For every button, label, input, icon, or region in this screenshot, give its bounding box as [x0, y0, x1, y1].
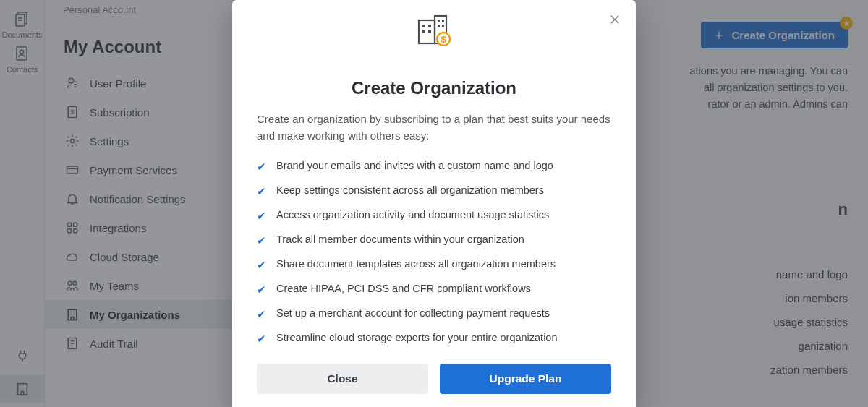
check-icon: ✔	[257, 284, 266, 296]
svg-rect-42	[422, 30, 425, 33]
close-icon[interactable]	[608, 13, 621, 26]
modal-lead-text: Create an organization by subscribing to…	[257, 111, 611, 144]
svg-text:$: $	[441, 34, 446, 45]
feature-item: ✔Keep settings consistent across all org…	[257, 179, 611, 203]
feature-item: ✔Streamline cloud storage exports for yo…	[257, 326, 611, 351]
building-dollar-icon: $	[232, 12, 636, 46]
svg-rect-45	[442, 20, 444, 22]
check-icon: ✔	[257, 333, 266, 345]
svg-rect-46	[438, 25, 440, 27]
modal-overlay[interactable]: $ Create Organization Create an organiza…	[0, 0, 868, 407]
feature-item: ✔Create HIPAA, PCI DSS and CFR compliant…	[257, 277, 611, 301]
feature-list: ✔Brand your emails and invites with a cu…	[257, 154, 611, 351]
svg-rect-38	[419, 20, 435, 43]
svg-rect-40	[422, 25, 425, 27]
check-icon: ✔	[257, 210, 266, 222]
feature-item: ✔Brand your emails and invites with a cu…	[257, 154, 611, 179]
feature-item: ✔Access organization activity and docume…	[257, 203, 611, 228]
feature-item: ✔Set up a merchant account for collectin…	[257, 301, 611, 326]
modal-title: Create Organization	[257, 78, 611, 98]
svg-rect-47	[442, 25, 444, 27]
check-icon: ✔	[257, 235, 266, 247]
check-icon: ✔	[257, 161, 266, 173]
svg-rect-41	[428, 25, 431, 27]
check-icon: ✔	[257, 186, 266, 197]
svg-rect-43	[428, 30, 431, 33]
close-button[interactable]: Close	[257, 364, 428, 394]
feature-item: ✔Share document templates across all org…	[257, 252, 611, 277]
feature-item: ✔Track all member documents within your …	[257, 228, 611, 252]
check-icon: ✔	[257, 309, 266, 320]
upgrade-plan-button[interactable]: Upgrade Plan	[440, 364, 611, 394]
create-organization-modal: $ Create Organization Create an organiza…	[232, 0, 636, 407]
svg-rect-44	[438, 20, 440, 22]
check-icon: ✔	[257, 260, 266, 271]
